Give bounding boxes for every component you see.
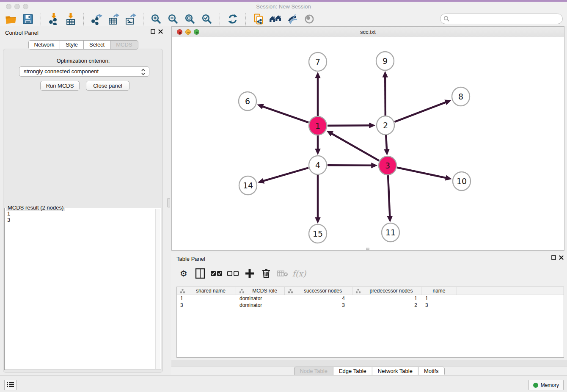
save-floppy-icon [22,13,34,25]
delete-table-icon[interactable] [276,267,289,280]
table-row[interactable]: 1dominator411 [177,295,564,302]
mcds-result-group: MCDS result (2 nodes) 1 3 [4,208,161,370]
hide-graphics-details-button[interactable] [284,12,301,26]
float-table-panel-icon[interactable] [551,255,556,260]
zoom-in-button[interactable] [148,12,165,26]
mcds-result-scrollbar[interactable] [155,209,160,369]
node-2[interactable]: 2 [377,116,394,135]
node-8[interactable]: 8 [452,87,470,106]
edge-4-3[interactable] [328,165,372,166]
tab-mcds[interactable]: MCDS [110,40,138,50]
export-network-button[interactable] [88,12,105,26]
search-input[interactable] [440,14,563,24]
tab-network-table[interactable]: Network Table [372,367,418,376]
houses-icon [269,13,282,25]
node-15[interactable]: 15 [309,224,327,243]
network-window-titlebar[interactable]: scc.txt [172,27,564,37]
optimization-criterion-label: Optimization criterion: [0,58,166,64]
edge-4-14[interactable] [263,168,308,181]
refresh-view-button[interactable] [224,12,241,26]
cell-successor-nodes[interactable]: 3 [285,302,352,309]
tab-edge-table[interactable]: Edge Table [333,367,372,376]
window-resize-handle[interactable] [366,248,369,250]
copy-network-view-button[interactable] [250,12,267,26]
edge-3-1[interactable] [332,134,379,161]
export-image-button[interactable] [122,12,139,26]
edge-1-2[interactable] [328,125,369,126]
node-7[interactable]: 7 [309,52,327,71]
node-14[interactable]: 14 [239,176,257,195]
function-builder-icon[interactable]: f(x) [293,267,306,280]
mcds-result-text[interactable]: 1 3 [6,210,155,369]
add-column-icon[interactable] [243,267,256,280]
node-1[interactable]: 1 [309,116,327,135]
cell-MCDS-role[interactable]: dominator [236,302,285,309]
table-panel-header: Table Panel [171,252,567,265]
cell-successor-nodes[interactable]: 4 [285,295,352,302]
toggle-columns-icon[interactable] [194,267,206,280]
node-11[interactable]: 11 [382,223,399,242]
edge-2-8[interactable] [394,102,446,122]
zoom-home-button[interactable] [267,12,284,26]
toolbar-separator [83,13,84,25]
column-header-name[interactable]: name [421,287,457,295]
zoom-fit-button[interactable] [182,12,198,26]
panel-splitter[interactable] [166,26,171,375]
close-panel-button[interactable]: Close panel [86,81,129,91]
memory-button[interactable]: Memory [528,380,564,390]
column-header-successor-nodes[interactable]: successor nodes [285,287,352,295]
node-10[interactable]: 10 [453,172,471,190]
node-4[interactable]: 4 [309,156,327,174]
edge-3-10[interactable] [397,168,446,178]
criterion-select[interactable]: strongly connected component [19,66,149,77]
tab-network[interactable]: Network [28,40,60,50]
save-session-button[interactable] [19,12,36,26]
zoom-out-button[interactable] [165,12,182,26]
cell-shared-name[interactable]: 3 [177,302,236,309]
network-canvas[interactable]: 7968124314101511 [172,37,564,250]
table-row[interactable]: 3dominator323 [177,302,564,309]
deselect-all-checkboxes-icon[interactable] [227,267,239,280]
column-header-shared-name[interactable]: shared name [177,287,236,295]
export-table-button[interactable] [105,12,122,26]
run-mcds-button[interactable]: Run MCDS [40,81,80,91]
cell-MCDS-role[interactable]: dominator [236,295,285,302]
tab-motifs[interactable]: Motifs [418,367,445,376]
float-panel-icon[interactable] [151,29,155,34]
cell-name[interactable]: 1 [421,295,457,302]
close-table-panel-icon[interactable] [559,255,564,260]
edge-2-3[interactable] [386,135,387,149]
node-9[interactable]: 9 [376,52,394,70]
network-window-title: scc.txt [172,29,564,35]
cell-predecessor-nodes[interactable]: 1 [352,295,421,302]
import-table-button[interactable] [62,12,79,26]
select-all-checkboxes-icon[interactable] [210,267,223,280]
import-network-button[interactable] [45,12,62,26]
column-header-predecessor-nodes[interactable]: predecessor nodes [352,287,421,295]
node-3[interactable]: 3 [379,156,396,175]
tab-node-table[interactable]: Node Table [294,367,333,376]
edge-2-9[interactable] [385,77,385,116]
svg-text:9: 9 [383,56,388,66]
close-panel-icon[interactable] [158,29,163,34]
open-session-button[interactable] [3,12,19,26]
delete-column-icon[interactable] [260,267,272,280]
cell-predecessor-nodes[interactable]: 2 [352,302,421,309]
refresh-icon [227,13,239,25]
tab-style[interactable]: Style [60,40,84,50]
svg-text:3: 3 [385,161,390,170]
settings-gear-icon[interactable]: ⚙ [177,267,190,280]
edge-1-6[interactable] [263,107,308,123]
splitter-handle[interactable] [167,198,170,207]
cell-shared-name[interactable]: 1 [177,295,236,302]
edge-3-11[interactable] [388,175,390,216]
column-header-MCDS-role[interactable]: MCDS role [236,287,285,295]
svg-text:7: 7 [315,57,320,66]
task-history-button[interactable] [4,380,17,390]
cell-name[interactable]: 3 [421,302,457,309]
zoom-selected-button[interactable] [198,12,215,26]
node-6[interactable]: 6 [239,92,256,110]
tab-select[interactable]: Select [83,40,110,50]
control-panel: Control Panel NetworkStyleSelectMCDS Opt… [0,26,166,375]
show-graphics-details-button[interactable] [301,12,318,26]
